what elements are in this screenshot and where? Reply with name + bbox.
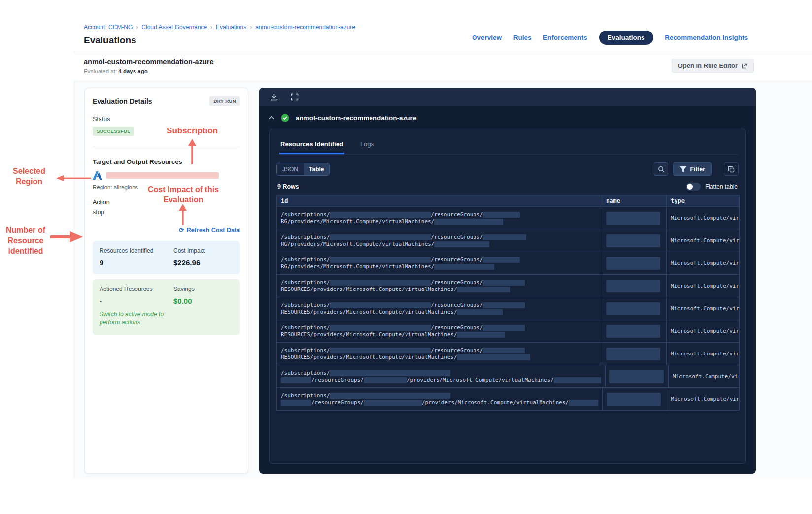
redacted-name xyxy=(606,280,660,292)
breadcrumb-account[interactable]: Account: CCM-NG xyxy=(84,24,133,31)
breadcrumb-separator: › xyxy=(250,24,252,31)
redacted-subscription xyxy=(106,172,219,179)
active-mode-note: Switch to active mode to perform actions xyxy=(100,310,178,327)
open-rule-editor-button[interactable]: Open in Rule Editor xyxy=(672,59,754,73)
status-badge: SUCCESSFUL xyxy=(93,127,134,136)
tab-evaluations[interactable]: Evaluations xyxy=(599,31,653,45)
viewer-controls: JSON Table Filter xyxy=(276,162,739,176)
redacted-value xyxy=(330,393,450,399)
annotation-selected-region-arrow xyxy=(56,175,91,182)
evaluation-name: anmol-custom-recommendation-azure xyxy=(84,58,213,65)
tab-overview[interactable]: Overview xyxy=(472,34,502,41)
main-content: Evaluation Details DRY RUN Status SUCCES… xyxy=(74,81,812,478)
viewer-body: Resources Identified Logs JSON Table xyxy=(269,129,746,464)
copy-icon xyxy=(728,166,735,173)
annotation-cost-impact-arrow xyxy=(178,204,187,225)
redacted-value xyxy=(483,212,520,218)
redacted-value xyxy=(330,325,431,331)
redacted-value xyxy=(281,400,311,406)
resource-viewer-panel: anmol-custom-recommendation-azure Resour… xyxy=(259,88,756,474)
open-rule-editor-label: Open in Rule Editor xyxy=(678,62,738,69)
search-button[interactable] xyxy=(654,162,668,176)
redacted-value xyxy=(483,280,525,286)
table-row: /subscriptions//resourceGroups//provider… xyxy=(276,388,740,411)
type-cell: Microsoft.Compute/virtu xyxy=(667,388,739,410)
breadcrumb-rule-name[interactable]: anmol-custom-recommendation-azure xyxy=(255,24,355,31)
tab-resources-identified[interactable]: Resources Identified xyxy=(279,136,344,154)
table-row: /subscriptions//resourceGroups/RESOURCES… xyxy=(276,343,740,365)
refresh-cost-data-link[interactable]: ⟳ Refresh Cost Data xyxy=(179,226,240,234)
toggle-dot xyxy=(687,184,693,190)
viewer-rule-name: anmol-custom-recommendation-azure xyxy=(296,114,416,122)
redacted-value xyxy=(457,287,510,292)
filter-button[interactable]: Filter xyxy=(673,162,712,176)
column-header-id[interactable]: id xyxy=(277,195,602,206)
external-link-icon xyxy=(741,63,747,69)
tab-recommendation-insights[interactable]: Recommendation Insights xyxy=(665,34,748,41)
redacted-value xyxy=(483,257,520,263)
id-cell: /subscriptions//resourceGroups/RESOURCES… xyxy=(277,343,602,365)
redacted-value xyxy=(330,370,450,376)
table-meta-row: 9 Rows Flatten table xyxy=(276,183,739,191)
redacted-value xyxy=(330,212,431,218)
evaluated-at: Evaluated at: 4 days ago xyxy=(84,68,148,74)
redacted-name xyxy=(606,234,660,247)
type-cell: Microsoft.Compute/virtu xyxy=(669,365,739,387)
table-row: /subscriptions//resourceGroups/RG/provid… xyxy=(276,229,740,252)
top-nav: Overview Rules Enforcements Evaluations … xyxy=(472,31,748,45)
type-cell: Microsoft.Compute/virtu xyxy=(667,320,739,342)
breadcrumb-evaluations[interactable]: Evaluations xyxy=(216,24,246,31)
collapse-chevron-icon[interactable] xyxy=(269,116,274,120)
type-cell: Microsoft.Compute/virtu xyxy=(667,275,739,297)
flatten-table-toggle[interactable] xyxy=(686,183,701,191)
type-cell: Microsoft.Compute/virtu xyxy=(667,297,739,320)
table-header: id name type xyxy=(276,195,740,207)
id-cell: /subscriptions//resourceGroups//provider… xyxy=(277,388,603,410)
fullscreen-icon[interactable] xyxy=(290,93,299,101)
type-cell: Microsoft.Compute/virtu xyxy=(667,252,739,274)
name-cell xyxy=(602,297,667,320)
action-value: stop xyxy=(93,209,240,216)
resources-identified-label: Resources Identified xyxy=(100,247,173,254)
redacted-value xyxy=(281,377,311,383)
copy-button[interactable] xyxy=(724,162,739,176)
target-resources-label: Target and Output Resources xyxy=(93,158,240,165)
search-icon xyxy=(658,166,665,173)
savings-box: Actioned Resources - Savings $0.00 Switc… xyxy=(93,279,240,335)
evaluated-at-value: 4 days ago xyxy=(118,68,147,74)
column-header-type[interactable]: type xyxy=(667,195,739,206)
resource-table: id name type /subscriptions//resourceGro… xyxy=(276,195,740,411)
annotation-selected-region: Selected Region xyxy=(3,166,55,187)
annotation-subscription: Subscription xyxy=(160,126,224,136)
redacted-value xyxy=(330,302,431,308)
flatten-table-label: Flatten table xyxy=(705,183,738,190)
header: Account: CCM-NG › Cloud Asset Governance… xyxy=(84,24,355,46)
redacted-value xyxy=(569,400,598,406)
tab-logs[interactable]: Logs xyxy=(359,136,375,154)
redacted-value xyxy=(434,219,503,225)
azure-icon xyxy=(93,171,102,180)
tab-rules[interactable]: Rules xyxy=(513,34,532,41)
redacted-name xyxy=(606,325,660,338)
redacted-name xyxy=(606,302,660,315)
name-cell xyxy=(602,207,667,229)
name-cell xyxy=(603,388,667,410)
evaluation-details-card: Evaluation Details DRY RUN Status SUCCES… xyxy=(84,88,248,474)
savings-value: $0.00 xyxy=(173,297,195,305)
download-icon[interactable] xyxy=(270,93,278,101)
json-view-button[interactable]: JSON xyxy=(277,163,304,175)
filter-label: Filter xyxy=(690,166,705,173)
table-view-button[interactable]: Table xyxy=(304,163,329,175)
subheader: anmol-custom-recommendation-azure Evalua… xyxy=(74,52,812,81)
breadcrumb-governance[interactable]: Cloud Asset Governance xyxy=(141,24,207,31)
redacted-value xyxy=(330,280,431,286)
type-cell: Microsoft.Compute/virtu xyxy=(667,343,739,365)
name-cell xyxy=(602,343,667,365)
redacted-value xyxy=(364,400,422,406)
tab-enforcements[interactable]: Enforcements xyxy=(543,34,587,41)
divider xyxy=(93,147,240,147)
column-header-name[interactable]: name xyxy=(602,195,667,206)
table-row: /subscriptions//resourceGroups/RG/provid… xyxy=(276,252,740,275)
type-cell: Microsoft.Compute/virtu xyxy=(667,229,739,252)
redacted-name xyxy=(606,212,660,225)
